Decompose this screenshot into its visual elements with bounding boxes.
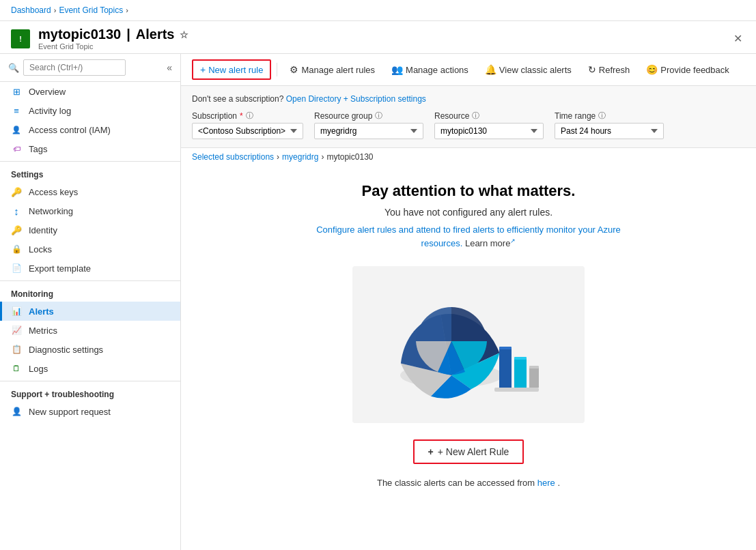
- close-button[interactable]: ✕: [731, 29, 745, 48]
- provide-feedback-label: Provide feedback: [660, 65, 729, 75]
- sidebar-label-support: New support request: [29, 407, 111, 417]
- filter-notice-text: Don't see a subscription?: [192, 94, 283, 104]
- sidebar: 🔍 « ⊞ Overview ≡ Activity log 👤 Access c…: [0, 54, 181, 550]
- resource-group-select[interactable]: myegridrg: [314, 123, 423, 139]
- sidebar-item-new-support-request[interactable]: 👤 New support request: [0, 402, 180, 421]
- trail-current: mytopic0130: [326, 152, 373, 162]
- sidebar-item-metrics[interactable]: 📈 Metrics: [0, 321, 180, 340]
- toolbar-separator-1: [277, 63, 277, 76]
- sidebar-item-identity[interactable]: 🔑 Identity: [0, 220, 180, 240]
- new-alert-plus-icon: +: [428, 446, 434, 457]
- sidebar-item-activity-log[interactable]: ≡ Activity log: [0, 101, 180, 120]
- svg-rect-3: [499, 348, 512, 388]
- new-alert-rule-button[interactable]: + New alert rule: [192, 59, 271, 80]
- locks-icon: 🔒: [11, 244, 22, 255]
- refresh-label: Refresh: [599, 65, 630, 75]
- sidebar-item-tags[interactable]: 🏷 Tags: [0, 139, 180, 158]
- resource-filter-group: Resource ⓘ mytopic0130: [434, 111, 544, 139]
- sidebar-item-locks[interactable]: 🔒 Locks: [0, 240, 180, 259]
- support-icon: 👤: [11, 406, 22, 417]
- time-range-select[interactable]: Past 24 hours Past 48 hours Past week Pa…: [555, 123, 664, 139]
- sidebar-item-access-keys[interactable]: 🔑 Access keys: [0, 182, 180, 201]
- trail-sep-2: ›: [321, 152, 324, 162]
- refresh-button[interactable]: ↻ Refresh: [581, 61, 637, 78]
- subscription-info-icon[interactable]: ⓘ: [246, 111, 253, 121]
- resource-group-info-icon[interactable]: ⓘ: [375, 111, 382, 121]
- access-control-icon: 👤: [11, 124, 22, 135]
- sidebar-label-export-template: Export template: [29, 263, 91, 274]
- breadcrumb-event-grid-topics[interactable]: Event Grid Topics: [59, 5, 123, 15]
- footer-end: .: [557, 478, 560, 488]
- open-directory-link[interactable]: Open Directory + Subscription settings: [286, 94, 426, 104]
- svg-rect-4: [499, 347, 512, 349]
- breadcrumb-sep-2: ›: [126, 6, 128, 14]
- sidebar-label-diagnostic-settings: Diagnostic settings: [29, 345, 103, 355]
- sidebar-label-locks: Locks: [29, 244, 52, 255]
- title-separator: |: [126, 27, 130, 42]
- support-section-header: Support + troubleshooting: [0, 381, 180, 402]
- pin-icon[interactable]: ☆: [180, 29, 188, 40]
- sidebar-label-tags: Tags: [29, 144, 47, 154]
- export-template-icon: 📄: [11, 263, 22, 274]
- svg-rect-5: [514, 358, 527, 388]
- manage-alert-rules-button[interactable]: ⚙ Manage alert rules: [283, 61, 382, 78]
- trail-sep-1: ›: [277, 152, 279, 162]
- svg-rect-7: [529, 367, 539, 388]
- new-alert-rule-large-button[interactable]: + + New Alert Rule: [413, 439, 524, 464]
- required-indicator: *: [240, 111, 243, 121]
- provide-feedback-button[interactable]: 😊 Provide feedback: [639, 61, 736, 78]
- metrics-icon: 📈: [11, 325, 22, 336]
- resource-select[interactable]: mytopic0130: [434, 123, 544, 139]
- view-classic-alerts-button[interactable]: 🔔 View classic alerts: [478, 61, 578, 78]
- time-range-info-icon[interactable]: ⓘ: [598, 111, 606, 121]
- monitoring-section-header: Monitoring: [0, 280, 180, 302]
- search-box: 🔍 «: [0, 54, 180, 82]
- resource-group-filter-group: Resource group ⓘ myegridrg: [314, 111, 423, 139]
- sidebar-label-metrics: Metrics: [29, 325, 57, 336]
- search-icon: 🔍: [8, 63, 19, 73]
- sidebar-item-diagnostic-settings[interactable]: 📋 Diagnostic settings: [0, 340, 180, 359]
- resource-group-label: Resource group ⓘ: [314, 111, 423, 121]
- feedback-icon: 😊: [646, 64, 658, 75]
- alerts-icon: 📊: [11, 306, 22, 317]
- illustration-container: [352, 266, 585, 423]
- sidebar-label-networking: Networking: [29, 206, 73, 216]
- myegridrg-link[interactable]: myegridrg: [282, 152, 318, 162]
- selected-subscriptions-link[interactable]: Selected subscriptions: [192, 152, 274, 162]
- svg-rect-8: [529, 366, 539, 368]
- sidebar-label-activity-log: Activity log: [29, 106, 71, 116]
- learn-more-link[interactable]: Learn more↗: [465, 238, 516, 248]
- sidebar-item-logs[interactable]: 🗒 Logs: [0, 359, 180, 378]
- here-link[interactable]: here: [537, 478, 555, 488]
- resource-subtitle: Event Grid Topic: [38, 42, 188, 50]
- sidebar-item-access-control[interactable]: 👤 Access control (IAM): [0, 120, 180, 139]
- collapse-sidebar-button[interactable]: «: [167, 62, 172, 73]
- subscription-select[interactable]: <Contoso Subscription>: [192, 123, 303, 139]
- breadcrumb-dashboard[interactable]: Dashboard: [11, 5, 51, 15]
- sidebar-label-access-control: Access control (IAM): [29, 125, 111, 135]
- sidebar-item-networking[interactable]: ↕ Networking: [0, 201, 180, 220]
- resource-title: mytopic0130 | Alerts ☆: [38, 27, 188, 42]
- activity-log-icon: ≡: [11, 105, 22, 116]
- new-alert-rule-label: New alert rule: [208, 65, 263, 75]
- resource-title-block: mytopic0130 | Alerts ☆ Event Grid Topic: [38, 27, 188, 50]
- manage-actions-button[interactable]: 👥 Manage actions: [384, 61, 475, 78]
- new-alert-btn-label: + New Alert Rule: [438, 446, 509, 457]
- svg-rect-2: [494, 388, 539, 392]
- main-layout: 🔍 « ⊞ Overview ≡ Activity log 👤 Access c…: [0, 54, 756, 550]
- sidebar-item-alerts[interactable]: 📊 Alerts: [0, 302, 180, 321]
- diagnostic-settings-icon: 📋: [11, 344, 22, 355]
- resource-name: mytopic0130: [38, 27, 121, 42]
- sidebar-label-overview: Overview: [29, 87, 66, 97]
- sidebar-label-identity: Identity: [29, 225, 57, 235]
- logs-icon: 🗒: [11, 363, 22, 374]
- subscription-label: Subscription * ⓘ: [192, 111, 303, 121]
- resource-label: Resource ⓘ: [434, 111, 544, 121]
- subscription-filter-group: Subscription * ⓘ <Contoso Subscription>: [192, 111, 303, 139]
- sidebar-item-export-template[interactable]: 📄 Export template: [0, 259, 180, 278]
- resource-info-icon[interactable]: ⓘ: [472, 111, 479, 121]
- filter-area: Don't see a subscription? Open Directory…: [181, 86, 756, 148]
- resource-icon: !: [11, 29, 30, 48]
- search-input[interactable]: [23, 59, 126, 76]
- sidebar-item-overview[interactable]: ⊞ Overview: [0, 82, 180, 101]
